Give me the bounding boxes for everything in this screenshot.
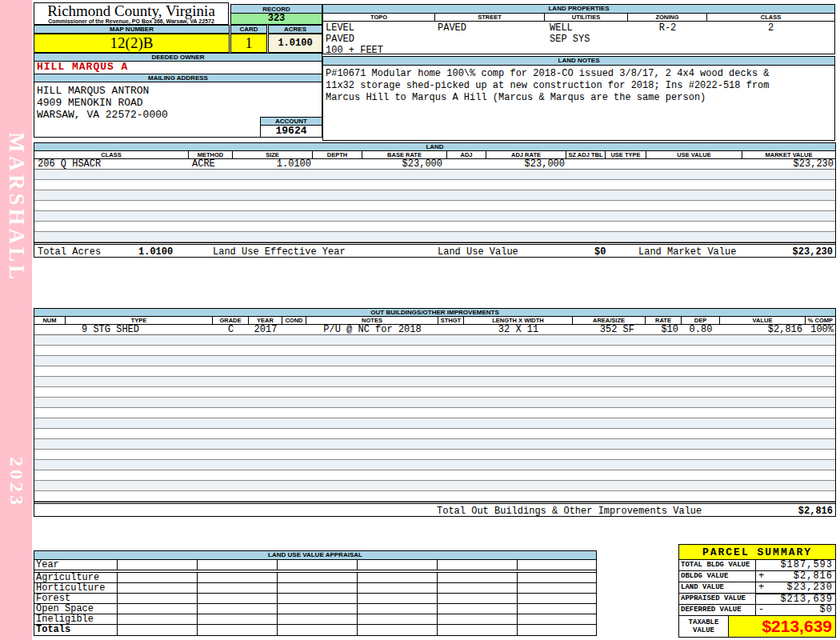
ob-type-cell: 9 STG SHED xyxy=(66,325,213,335)
col-ob-type: TYPE xyxy=(66,317,213,324)
ob-dep-cell: 0.80 xyxy=(682,325,720,335)
ps-op-total-bldg xyxy=(756,560,766,570)
luva-cell xyxy=(278,594,358,603)
acres-label: ACRES xyxy=(268,25,322,34)
col-land-adj: ADJ xyxy=(447,151,486,158)
ob-total-label: Total Out Buildings & Other Improvements… xyxy=(437,505,702,518)
land-notes-box: LAND NOTES P#10671 Modular home 100\% co… xyxy=(322,56,835,141)
col-land-size: SIZE xyxy=(233,151,313,158)
ob-rate-cell: $10 xyxy=(646,325,682,335)
col-ob-cond: COND xyxy=(282,317,306,324)
ps-op-obldg: + xyxy=(756,571,766,582)
ps-label-deferred: DEFERRED VALUE xyxy=(679,605,756,615)
luva-cell xyxy=(198,594,278,603)
luva-label-forest: Forest xyxy=(34,594,118,603)
ps-row-taxable: TAXABLE VALUE $213,639 xyxy=(679,616,835,637)
ob-pct-comp-cell: 100% xyxy=(806,325,835,335)
luva-cell xyxy=(118,614,198,624)
land-properties-title: LAND PROPERTIES xyxy=(323,5,834,14)
out-buildings-table: OUT BUILDINGS/OTHER IMPROVEMENTS NUM TYP… xyxy=(34,308,836,517)
col-land-depth: DEPTH xyxy=(313,151,362,158)
ps-row-land: LAND VALUE + $23,230 xyxy=(679,582,835,594)
class-value: 2 xyxy=(707,22,834,34)
ob-empty-row xyxy=(34,387,835,398)
col-ob-length-width: LENGTH X WIDTH xyxy=(464,317,573,324)
land-notes-text: P#10671 Modular home 100\% comp for 2018… xyxy=(323,66,834,104)
col-class: CLASS xyxy=(707,14,834,21)
luva-cell xyxy=(518,614,596,624)
luva-cell xyxy=(358,614,438,624)
land-table-title: LAND xyxy=(34,143,835,151)
ob-total-value: $2,816 xyxy=(798,505,833,518)
luva-row-year: Year xyxy=(34,560,596,570)
ob-year-cell: 2017 xyxy=(249,325,282,335)
parcel-summary-title: PARCEL SUMMARY xyxy=(679,545,835,560)
land-use-value-total: $0 xyxy=(594,246,606,258)
land-market-value-cell: $23,230 xyxy=(742,159,835,170)
class-value-3 xyxy=(707,45,834,56)
col-ob-pct-comp: % COMP xyxy=(806,317,835,324)
luva-cell xyxy=(118,583,198,593)
land-empty-row xyxy=(34,222,835,232)
luva-label-agriculture: Agriculture xyxy=(34,573,118,582)
class-value-2 xyxy=(707,34,834,45)
land-use-value-cell xyxy=(646,159,742,170)
utilities-value: WELL xyxy=(545,22,628,34)
land-use-type-cell xyxy=(606,159,646,170)
ob-num-cell xyxy=(34,325,66,335)
ob-sthgt-cell xyxy=(438,325,464,335)
luva-cell xyxy=(118,604,198,614)
land-empty-row xyxy=(34,180,835,190)
out-buildings-row: 9 STG SHED C 2017 P/U @ NC for 2018 32 X… xyxy=(34,325,835,335)
col-ob-grade: GRADE xyxy=(213,317,249,324)
land-base-rate-cell: $23,000 xyxy=(362,159,447,170)
out-buildings-title: OUT BUILDINGS/OTHER IMPROVEMENTS xyxy=(34,309,835,317)
ob-empty-row xyxy=(34,429,835,439)
ob-value-cell: $2,816 xyxy=(720,325,806,335)
land-empty-row xyxy=(34,190,835,201)
street-value-3 xyxy=(435,45,545,56)
ob-empty-row xyxy=(34,366,835,377)
luva-cell xyxy=(198,625,278,635)
ps-value-obldg: $2,816 xyxy=(766,571,835,582)
deeded-owner-value: HILL MARQUS A xyxy=(34,62,322,74)
col-land-sz-adj-tbl: SZ ADJ TBL xyxy=(566,151,606,158)
topo-value: LEVEL xyxy=(323,22,435,34)
county-header-box: Richmond County, Virginia Commissioner o… xyxy=(34,2,229,25)
col-ob-value: VALUE xyxy=(720,317,806,324)
ob-notes-cell: P/U @ NC for 2018 xyxy=(306,325,438,335)
total-acres-label: Total Acres xyxy=(38,246,101,258)
luva-cell xyxy=(198,583,278,593)
ps-op-appraised xyxy=(756,594,766,604)
luva-cell xyxy=(118,625,198,635)
col-street: STREET xyxy=(435,14,545,21)
luva-row-horticulture: Horticulture xyxy=(34,583,596,594)
ps-op-land: + xyxy=(756,582,766,593)
ps-row-appraised: APPRAISED VALUE $213,639 xyxy=(679,594,835,605)
land-method-cell: ACRE xyxy=(189,159,233,170)
luva-cell xyxy=(358,625,438,635)
land-empty-row xyxy=(34,170,835,180)
luva-cell xyxy=(198,560,278,570)
ps-taxable-word-2: VALUE xyxy=(679,626,728,634)
ob-empty-row xyxy=(34,450,835,460)
ob-empty-row xyxy=(34,418,835,429)
zoning-value-3 xyxy=(628,45,707,56)
luva-cell xyxy=(198,573,278,582)
luva-cell xyxy=(358,583,438,593)
luva-cell xyxy=(278,583,358,593)
zoning-value: R-2 xyxy=(628,22,707,34)
luva-cell xyxy=(358,560,438,570)
ps-label-land: LAND VALUE xyxy=(679,582,756,593)
land-depth-cell xyxy=(313,159,362,170)
ps-label-total-bldg: TOTAL BLDG VALUE xyxy=(679,560,756,570)
utilities-value-3 xyxy=(545,45,628,56)
ps-row-total-bldg: TOTAL BLDG VALUE $187,593 xyxy=(679,560,835,571)
luva-cell xyxy=(438,573,518,582)
record-value: 323 xyxy=(230,14,322,25)
luva-cell xyxy=(438,614,518,624)
land-notes-line-3: Marcus Hill to Marqus A Hill (Marcus & M… xyxy=(326,92,834,104)
luva-cell xyxy=(518,573,596,582)
land-notes-title: LAND NOTES xyxy=(323,57,834,66)
ps-label-obldg: OBLDG VALUE xyxy=(679,571,756,582)
